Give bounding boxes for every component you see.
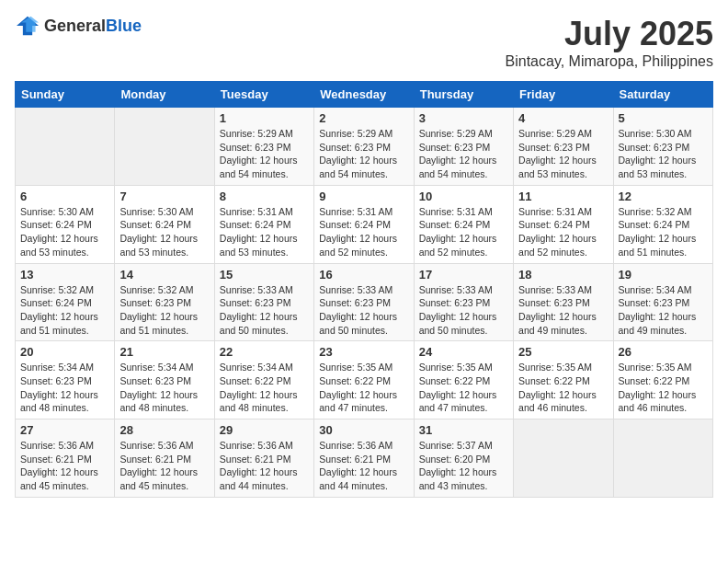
- cell-info: Sunrise: 5:32 AMSunset: 6:23 PMDaylight:…: [119, 283, 209, 338]
- day-number: 8: [220, 190, 309, 203]
- weekday-header: Tuesday: [214, 82, 313, 108]
- cell-info: Sunrise: 5:30 AMSunset: 6:24 PMDaylight:…: [20, 205, 109, 259]
- calendar-cell: 18Sunrise: 5:33 AMSunset: 6:23 PMDayligh…: [514, 263, 613, 341]
- calendar-cell: 8Sunrise: 5:31 AMSunset: 6:24 PMDaylight…: [214, 185, 313, 263]
- calendar-cell: 6Sunrise: 5:30 AMSunset: 6:24 PMDaylight…: [16, 185, 115, 263]
- calendar-cell: 17Sunrise: 5:33 AMSunset: 6:23 PMDayligh…: [414, 263, 513, 341]
- day-number: 24: [419, 345, 508, 359]
- calendar-week-row: 1Sunrise: 5:29 AMSunset: 6:23 PMDaylight…: [16, 108, 713, 186]
- day-number: 29: [220, 423, 309, 437]
- day-number: 9: [319, 190, 408, 203]
- weekday-header: Monday: [115, 82, 214, 108]
- weekday-header: Sunday: [16, 82, 115, 108]
- day-number: 17: [419, 268, 508, 282]
- calendar-cell: 30Sunrise: 5:36 AMSunset: 6:21 PMDayligh…: [314, 419, 414, 498]
- weekday-header: Wednesday: [314, 82, 414, 108]
- calendar-cell: 24Sunrise: 5:35 AMSunset: 6:22 PMDayligh…: [414, 341, 513, 419]
- cell-info: Sunrise: 5:35 AMSunset: 6:22 PMDaylight:…: [319, 361, 408, 415]
- calendar-cell: 10Sunrise: 5:31 AMSunset: 6:24 PMDayligh…: [414, 185, 513, 263]
- cell-info: Sunrise: 5:29 AMSunset: 6:23 PMDaylight:…: [518, 127, 608, 181]
- day-number: 11: [518, 190, 608, 203]
- cell-info: Sunrise: 5:31 AMSunset: 6:24 PMDaylight:…: [319, 205, 408, 259]
- weekday-header: Saturday: [613, 82, 712, 108]
- calendar-cell: 7Sunrise: 5:30 AMSunset: 6:24 PMDaylight…: [115, 185, 214, 263]
- calendar-table: SundayMondayTuesdayWednesdayThursdayFrid…: [15, 81, 713, 498]
- calendar-cell: 16Sunrise: 5:33 AMSunset: 6:23 PMDayligh…: [314, 263, 414, 341]
- cell-info: Sunrise: 5:32 AMSunset: 6:24 PMDaylight:…: [20, 283, 109, 338]
- cell-info: Sunrise: 5:33 AMSunset: 6:23 PMDaylight:…: [220, 283, 309, 338]
- day-number: 15: [220, 268, 309, 282]
- cell-info: Sunrise: 5:35 AMSunset: 6:22 PMDaylight:…: [518, 361, 608, 415]
- day-number: 21: [119, 345, 209, 359]
- cell-info: Sunrise: 5:34 AMSunset: 6:23 PMDaylight:…: [20, 361, 109, 415]
- day-number: 7: [119, 190, 209, 203]
- cell-info: Sunrise: 5:29 AMSunset: 6:23 PMDaylight:…: [319, 127, 408, 181]
- cell-info: Sunrise: 5:36 AMSunset: 6:21 PMDaylight:…: [220, 439, 309, 493]
- day-number: 4: [518, 111, 608, 125]
- page-header: GeneralBlue July 2025 Bintacay, Mimaropa…: [15, 15, 713, 70]
- day-number: 1: [220, 111, 309, 125]
- calendar-cell: 5Sunrise: 5:30 AMSunset: 6:23 PMDaylight…: [613, 108, 712, 186]
- day-number: 31: [419, 423, 508, 437]
- cell-info: Sunrise: 5:29 AMSunset: 6:23 PMDaylight:…: [220, 127, 309, 181]
- cell-info: Sunrise: 5:37 AMSunset: 6:20 PMDaylight:…: [419, 439, 508, 493]
- day-number: 22: [220, 345, 309, 359]
- title-area: July 2025 Bintacay, Mimaropa, Philippine…: [506, 15, 713, 70]
- logo-text: GeneralBlue: [44, 17, 142, 36]
- calendar-cell: 25Sunrise: 5:35 AMSunset: 6:22 PMDayligh…: [514, 341, 613, 419]
- calendar-cell: 2Sunrise: 5:29 AMSunset: 6:23 PMDaylight…: [314, 108, 414, 186]
- calendar-cell: 11Sunrise: 5:31 AMSunset: 6:24 PMDayligh…: [514, 185, 613, 263]
- day-number: 3: [419, 111, 508, 125]
- calendar-cell: 4Sunrise: 5:29 AMSunset: 6:23 PMDaylight…: [514, 108, 613, 186]
- calendar-cell: 1Sunrise: 5:29 AMSunset: 6:23 PMDaylight…: [214, 108, 313, 186]
- day-number: 10: [419, 190, 508, 203]
- cell-info: Sunrise: 5:36 AMSunset: 6:21 PMDaylight:…: [319, 439, 408, 493]
- calendar-cell: 31Sunrise: 5:37 AMSunset: 6:20 PMDayligh…: [414, 419, 513, 498]
- day-number: 28: [119, 423, 209, 437]
- day-number: 13: [20, 268, 109, 282]
- calendar-cell: 12Sunrise: 5:32 AMSunset: 6:24 PMDayligh…: [613, 185, 712, 263]
- calendar-cell: 19Sunrise: 5:34 AMSunset: 6:23 PMDayligh…: [613, 263, 712, 341]
- calendar-cell: 9Sunrise: 5:31 AMSunset: 6:24 PMDaylight…: [314, 185, 414, 263]
- day-number: 30: [319, 423, 408, 437]
- calendar-cell: 23Sunrise: 5:35 AMSunset: 6:22 PMDayligh…: [314, 341, 414, 419]
- calendar-cell: 3Sunrise: 5:29 AMSunset: 6:23 PMDaylight…: [414, 108, 513, 186]
- day-number: 14: [119, 268, 209, 282]
- day-number: 2: [319, 111, 408, 125]
- cell-info: Sunrise: 5:33 AMSunset: 6:23 PMDaylight:…: [518, 283, 608, 338]
- day-number: 25: [518, 345, 608, 359]
- cell-info: Sunrise: 5:33 AMSunset: 6:23 PMDaylight:…: [419, 283, 508, 338]
- cell-info: Sunrise: 5:34 AMSunset: 6:22 PMDaylight:…: [220, 361, 309, 415]
- logo-icon: [15, 15, 40, 37]
- calendar-cell: 28Sunrise: 5:36 AMSunset: 6:21 PMDayligh…: [115, 419, 214, 498]
- cell-info: Sunrise: 5:36 AMSunset: 6:21 PMDaylight:…: [119, 439, 209, 493]
- calendar-cell: [115, 108, 214, 186]
- calendar-cell: 21Sunrise: 5:34 AMSunset: 6:23 PMDayligh…: [115, 341, 214, 419]
- calendar-cell: 29Sunrise: 5:36 AMSunset: 6:21 PMDayligh…: [214, 419, 313, 498]
- calendar-cell: 22Sunrise: 5:34 AMSunset: 6:22 PMDayligh…: [214, 341, 313, 419]
- calendar-cell: 15Sunrise: 5:33 AMSunset: 6:23 PMDayligh…: [214, 263, 313, 341]
- cell-info: Sunrise: 5:32 AMSunset: 6:24 PMDaylight:…: [619, 205, 708, 259]
- calendar-cell: 14Sunrise: 5:32 AMSunset: 6:23 PMDayligh…: [115, 263, 214, 341]
- cell-info: Sunrise: 5:31 AMSunset: 6:24 PMDaylight:…: [220, 205, 309, 259]
- logo: GeneralBlue: [15, 15, 142, 37]
- day-number: 26: [619, 345, 708, 359]
- cell-info: Sunrise: 5:30 AMSunset: 6:23 PMDaylight:…: [619, 127, 708, 181]
- weekday-header-row: SundayMondayTuesdayWednesdayThursdayFrid…: [16, 82, 713, 108]
- day-number: 27: [20, 423, 109, 437]
- weekday-header: Friday: [514, 82, 613, 108]
- day-number: 18: [518, 268, 608, 282]
- day-number: 16: [319, 268, 408, 282]
- calendar-cell: 13Sunrise: 5:32 AMSunset: 6:24 PMDayligh…: [16, 263, 115, 341]
- cell-info: Sunrise: 5:31 AMSunset: 6:24 PMDaylight:…: [518, 205, 608, 259]
- weekday-header: Thursday: [414, 82, 513, 108]
- calendar-cell: 20Sunrise: 5:34 AMSunset: 6:23 PMDayligh…: [16, 341, 115, 419]
- cell-info: Sunrise: 5:30 AMSunset: 6:24 PMDaylight:…: [119, 205, 209, 259]
- logo-general: General: [44, 17, 106, 35]
- location-title: Bintacay, Mimaropa, Philippines: [506, 53, 713, 70]
- calendar-week-row: 27Sunrise: 5:36 AMSunset: 6:21 PMDayligh…: [16, 419, 713, 498]
- calendar-cell: [613, 419, 712, 498]
- cell-info: Sunrise: 5:29 AMSunset: 6:23 PMDaylight:…: [419, 127, 508, 181]
- month-title: July 2025: [506, 15, 713, 53]
- calendar-week-row: 20Sunrise: 5:34 AMSunset: 6:23 PMDayligh…: [16, 341, 713, 419]
